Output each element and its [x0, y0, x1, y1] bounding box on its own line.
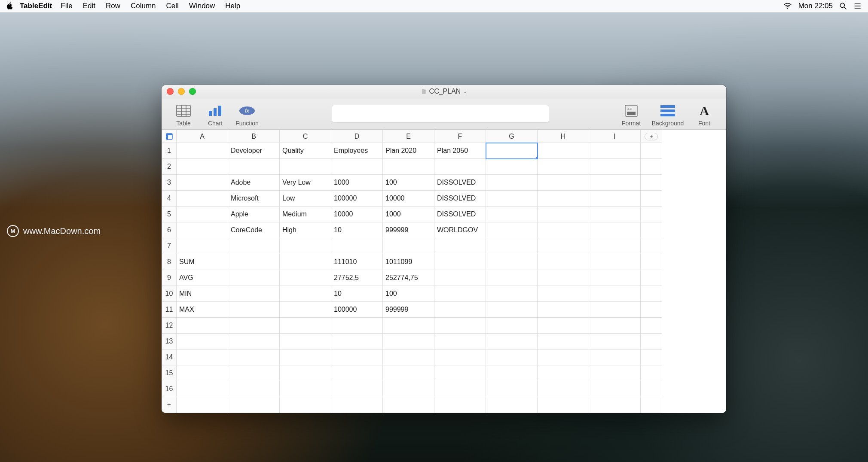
- select-all-corner[interactable]: [162, 130, 177, 143]
- toolbar-function-button[interactable]: fx Function: [231, 101, 263, 127]
- cell-B7[interactable]: [228, 238, 280, 254]
- cell-D16[interactable]: [331, 381, 383, 397]
- column-header-F[interactable]: F: [434, 130, 486, 143]
- cell-G3[interactable]: [486, 175, 538, 191]
- cell-I7[interactable]: [589, 238, 641, 254]
- column-header-C[interactable]: C: [280, 130, 331, 143]
- cell-G1[interactable]: [486, 143, 538, 159]
- cell-H10[interactable]: [538, 286, 589, 302]
- cell-A5[interactable]: [177, 207, 228, 222]
- cell-A1[interactable]: [177, 143, 228, 159]
- cell-E3[interactable]: 100: [383, 175, 434, 191]
- cell-I14[interactable]: [589, 350, 641, 365]
- menu-row[interactable]: Row: [106, 2, 120, 10]
- cell-G9[interactable]: [486, 270, 538, 286]
- cell-D10[interactable]: 10: [331, 286, 383, 302]
- cell-C7[interactable]: [280, 238, 331, 254]
- cell-A10[interactable]: MIN: [177, 286, 228, 302]
- cell-A14[interactable]: [177, 350, 228, 365]
- cell-F13[interactable]: [434, 334, 486, 350]
- cell-G13[interactable]: [486, 334, 538, 350]
- cell-A3[interactable]: [177, 175, 228, 191]
- cell-H12[interactable]: [538, 318, 589, 334]
- cell-G8[interactable]: [486, 254, 538, 270]
- add-column-button[interactable]: +: [641, 130, 662, 143]
- cell-H5[interactable]: [538, 207, 589, 222]
- toolbar-background-button[interactable]: Background: [647, 101, 688, 127]
- column-header-I[interactable]: I: [589, 130, 641, 143]
- cell-F16[interactable]: [434, 381, 486, 397]
- cell-G10[interactable]: [486, 286, 538, 302]
- cell-E5[interactable]: 1000: [383, 207, 434, 222]
- cell-F14[interactable]: [434, 350, 486, 365]
- cell-H7[interactable]: [538, 238, 589, 254]
- menubar-app-name[interactable]: TableEdit: [20, 2, 52, 10]
- row-header-15[interactable]: 15: [162, 365, 177, 381]
- row-header-8[interactable]: 8: [162, 254, 177, 270]
- cell-F8[interactable]: [434, 254, 486, 270]
- cell-E7[interactable]: [383, 238, 434, 254]
- notification-center-icon[interactable]: [853, 2, 862, 10]
- formula-input[interactable]: [332, 105, 549, 123]
- menu-file[interactable]: File: [61, 2, 72, 10]
- cell-E2[interactable]: [383, 159, 434, 175]
- cell-B11[interactable]: [228, 302, 280, 318]
- row-header-5[interactable]: 5: [162, 207, 177, 222]
- cell-D1[interactable]: Employees: [331, 143, 383, 159]
- cell-D7[interactable]: [331, 238, 383, 254]
- cell-B2[interactable]: [228, 159, 280, 175]
- row-header-3[interactable]: 3: [162, 175, 177, 191]
- cell-F4[interactable]: DISSOLVED: [434, 191, 486, 207]
- toolbar-table-button[interactable]: Table: [168, 101, 199, 127]
- cell-D11[interactable]: 100000: [331, 302, 383, 318]
- cell-I12[interactable]: [589, 318, 641, 334]
- cell-B10[interactable]: [228, 286, 280, 302]
- cell-C5[interactable]: Medium: [280, 207, 331, 222]
- cell-I16[interactable]: [589, 381, 641, 397]
- row-header-11[interactable]: 11: [162, 302, 177, 318]
- window-title[interactable]: CC_PLAN ⌄: [162, 88, 726, 95]
- cell-B16[interactable]: [228, 381, 280, 397]
- spotlight-icon[interactable]: [839, 2, 847, 10]
- cell-I1[interactable]: [589, 143, 641, 159]
- row-header-13[interactable]: 13: [162, 334, 177, 350]
- cell-C12[interactable]: [280, 318, 331, 334]
- cell-A8[interactable]: SUM: [177, 254, 228, 270]
- cell-I10[interactable]: [589, 286, 641, 302]
- cell-D5[interactable]: 10000: [331, 207, 383, 222]
- cell-B1[interactable]: Developer: [228, 143, 280, 159]
- cell-G5[interactable]: [486, 207, 538, 222]
- cell-E12[interactable]: [383, 318, 434, 334]
- cell-B9[interactable]: [228, 270, 280, 286]
- cell-D14[interactable]: [331, 350, 383, 365]
- row-header-10[interactable]: 10: [162, 286, 177, 302]
- cell-A9[interactable]: AVG: [177, 270, 228, 286]
- row-header-1[interactable]: 1: [162, 143, 177, 159]
- cell-B15[interactable]: [228, 365, 280, 381]
- row-header-7[interactable]: 7: [162, 238, 177, 254]
- cell-B13[interactable]: [228, 334, 280, 350]
- cell-F3[interactable]: DISSOLVED: [434, 175, 486, 191]
- cell-C13[interactable]: [280, 334, 331, 350]
- cell-G12[interactable]: [486, 318, 538, 334]
- cell-C15[interactable]: [280, 365, 331, 381]
- cell-H3[interactable]: [538, 175, 589, 191]
- cell-A12[interactable]: [177, 318, 228, 334]
- cell-H14[interactable]: [538, 350, 589, 365]
- cell-F6[interactable]: WORLDGOV: [434, 222, 486, 238]
- cell-G2[interactable]: [486, 159, 538, 175]
- cell-I9[interactable]: [589, 270, 641, 286]
- cell-I13[interactable]: [589, 334, 641, 350]
- cell-G6[interactable]: [486, 222, 538, 238]
- cell-D9[interactable]: 27752,5: [331, 270, 383, 286]
- cell-B14[interactable]: [228, 350, 280, 365]
- cell-E16[interactable]: [383, 381, 434, 397]
- cell-D13[interactable]: [331, 334, 383, 350]
- cell-E9[interactable]: 252774,75: [383, 270, 434, 286]
- cell-D3[interactable]: 1000: [331, 175, 383, 191]
- cell-C3[interactable]: Very Low: [280, 175, 331, 191]
- cell-E4[interactable]: 10000: [383, 191, 434, 207]
- cell-E6[interactable]: 999999: [383, 222, 434, 238]
- cell-H4[interactable]: [538, 191, 589, 207]
- row-header-6[interactable]: 6: [162, 222, 177, 238]
